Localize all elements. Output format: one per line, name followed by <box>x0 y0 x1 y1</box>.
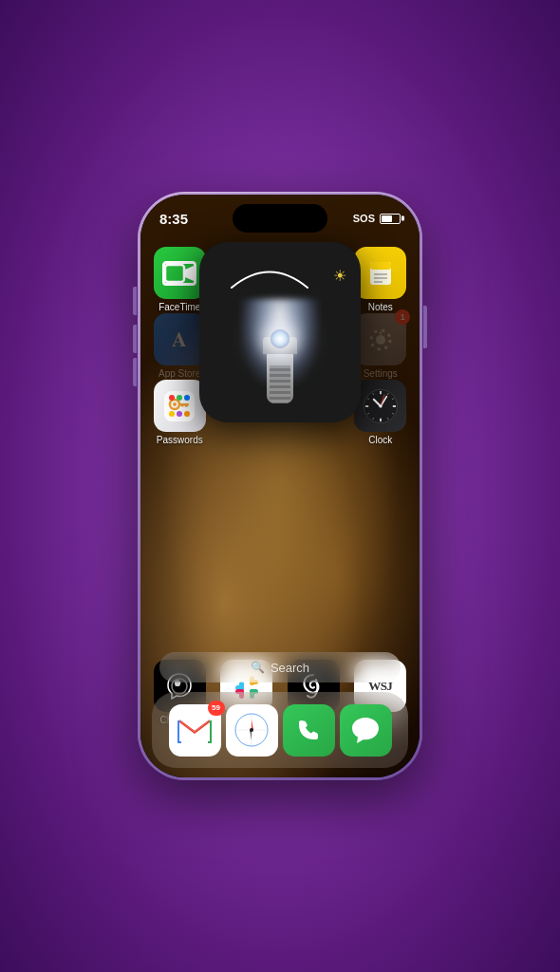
passwords-icon[interactable] <box>154 380 206 432</box>
search-icon: 🔍 <box>251 661 265 674</box>
gmail-badge: 59 <box>208 701 225 716</box>
search-label: Search <box>271 661 309 675</box>
appstore-label: App Store <box>159 368 200 379</box>
phone-outer: 8:35 SOS ☀ <box>138 192 422 780</box>
battery-icon <box>380 214 401 224</box>
svg-rect-15 <box>181 403 184 407</box>
notes-icon[interactable] <box>354 247 406 299</box>
search-bar[interactable]: 🔍 Search <box>159 652 401 682</box>
messages-icon[interactable] <box>340 704 392 757</box>
status-right: SOS <box>353 213 401 224</box>
svg-rect-14 <box>185 403 188 407</box>
svg-point-19 <box>169 411 175 417</box>
flashlight-body <box>267 351 293 403</box>
svg-point-16 <box>169 395 175 401</box>
dock-item-safari[interactable] <box>226 704 278 757</box>
appstore-icon[interactable]: 𝐀 <box>154 313 206 365</box>
svg-point-20 <box>177 411 182 417</box>
clock-icon[interactable] <box>354 380 406 432</box>
svg-point-18 <box>184 395 190 401</box>
flashlight-grip <box>270 365 290 403</box>
settings-label: Settings <box>364 368 398 379</box>
svg-point-58 <box>250 728 253 732</box>
dock-item-gmail[interactable]: 59 <box>169 704 221 757</box>
flashlight-head <box>263 337 297 354</box>
svg-point-8 <box>376 335 385 345</box>
dock-item-messages[interactable] <box>340 704 392 757</box>
passwords-label: Passwords <box>157 435 203 445</box>
svg-marker-1 <box>185 266 194 281</box>
svg-text:𝐀: 𝐀 <box>172 327 187 351</box>
battery-fill <box>382 215 392 222</box>
settings-badge: 1 <box>395 309 410 325</box>
phone-icon[interactable] <box>283 704 335 757</box>
clock-label: Clock <box>368 435 392 445</box>
flashlight-lens <box>271 329 289 348</box>
svg-rect-3 <box>370 262 391 270</box>
facetime-label: FaceTime <box>159 302 200 312</box>
facetime-icon[interactable] <box>154 247 206 299</box>
safari-icon[interactable] <box>226 704 278 757</box>
sos-label: SOS <box>353 213 375 224</box>
phone-screen: 8:35 SOS ☀ <box>140 195 420 777</box>
svg-point-12 <box>173 402 177 406</box>
svg-point-17 <box>177 395 182 401</box>
dock: 59 <box>152 692 408 768</box>
dynamic-island <box>233 204 327 233</box>
svg-point-38 <box>379 404 382 407</box>
sun-icon: ☀ <box>333 267 346 285</box>
svg-rect-0 <box>165 265 184 282</box>
svg-point-21 <box>184 411 190 417</box>
flashlight-overlay[interactable]: ☀ <box>199 242 361 422</box>
dock-item-phone[interactable] <box>283 704 335 757</box>
notes-label: Notes <box>368 302 393 312</box>
status-time: 8:35 <box>159 211 188 227</box>
